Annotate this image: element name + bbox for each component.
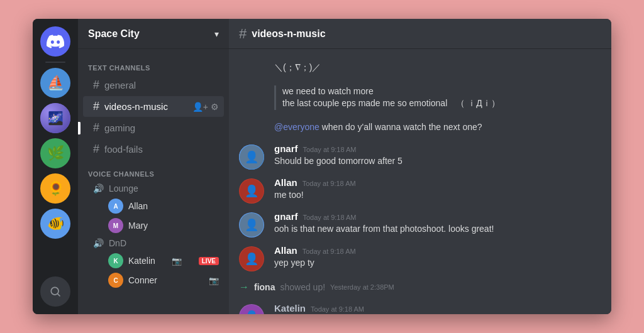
voice-channel-name-lounge: Lounge (109, 183, 138, 194)
server-divider (45, 62, 65, 63)
server-header[interactable]: Space City ▾ (78, 19, 229, 49)
chat-header: # videos-n-music (229, 19, 611, 49)
msg-content-allan-1: Allan Today at 9:18 AM me too! (274, 177, 601, 204)
voice-channel-name-dnd: DnD (109, 238, 126, 248)
speaker-icon-dnd: 🔊 (93, 238, 104, 248)
msg-content-gnarf-1: gnarf Today at 9:18 AM Should be good to… (274, 143, 601, 170)
avatar-gnarf-2: 👤 (239, 212, 264, 237)
message-group-katelin: 👤 Katelin Today at 9:18 AM wanna start a… (229, 300, 611, 314)
add-member-icon[interactable]: 👤+ (192, 102, 208, 112)
channel-sidebar: Space City ▾ Text Channels # general # v… (78, 19, 229, 314)
msg-header-allan-1: Allan Today at 9:18 AM (274, 177, 601, 188)
voice-user-conner[interactable]: C Conner 📷 (83, 271, 224, 290)
avatar-allan: A (108, 199, 123, 214)
avatar-mary: M (108, 218, 123, 233)
msg-username-allan-1: Allan (274, 177, 297, 188)
channel-name-videos-n-music: videos-n-music (104, 101, 168, 112)
voice-user-katelin[interactable]: K Katelin 📷 LIVE (83, 251, 224, 270)
msg-quoted-line2: the last couple eps made me so emotional… (282, 97, 601, 110)
voice-channels-category: Voice Channels (78, 160, 229, 180)
channel-action-icons: 👤+ ⚙ (192, 102, 219, 112)
voice-user-allan[interactable]: A Allan (83, 197, 224, 216)
msg-timestamp-allan-2: Today at 9:18 AM (303, 248, 356, 255)
server-icon-sun[interactable]: 🌻 (40, 173, 70, 204)
system-message-fiona: → fiona showed up! Yesterday at 2:38PM (229, 279, 611, 295)
message-group-gnarf-2: 👤 gnarf Today at 9:18 AM ooh is that new… (229, 209, 611, 240)
channel-name-gaming: gaming (104, 123, 135, 133)
system-action-fiona: showed up! (280, 282, 325, 292)
msg-timestamp-gnarf-2: Today at 9:18 AM (303, 214, 357, 221)
message-group-continuation: ＼(；∇；)／ we need to watch more the last c… (229, 59, 611, 136)
voice-username-mary: Mary (128, 221, 148, 231)
voice-username-katelin: Katelin (128, 256, 155, 266)
voice-username-conner: Conner (128, 275, 157, 285)
avatar-gnarf-1: 👤 (239, 145, 264, 170)
chat-channel-name: videos-n-music (252, 28, 325, 40)
hash-icon: # (93, 79, 99, 92)
server-icon-astro[interactable]: 🌌 (40, 103, 70, 133)
msg-header-katelin: Katelin Today at 9:18 AM (274, 303, 601, 314)
messages-area: ＼(；∇；)／ we need to watch more the last c… (229, 49, 611, 314)
voice-channel-lounge[interactable]: 🔊 Lounge (83, 181, 224, 196)
text-channels-category: Text Channels (78, 54, 229, 74)
channel-food-fails[interactable]: # food-fails (83, 139, 224, 160)
system-arrow-icon: → (239, 281, 249, 293)
text-channels-label: Text Channels (88, 64, 150, 72)
msg-content-allan-2: Allan Today at 9:18 AM yep yep ty (274, 245, 601, 271)
msg-header-allan-2: Allan Today at 9:18 AM (274, 245, 601, 256)
live-badge-katelin: LIVE (199, 257, 219, 265)
server-icon-fish[interactable]: 🐠 (40, 209, 70, 239)
server-icon-boat[interactable]: ⛵ (40, 68, 70, 98)
msg-header-gnarf-1: gnarf Today at 9:18 AM (274, 143, 601, 154)
settings-icon[interactable]: ⚙ (211, 102, 219, 112)
hash-icon: # (93, 121, 99, 134)
server-name: Space City (88, 28, 140, 40)
msg-text-gnarf-1: Should be good tomorrow after 5 (274, 155, 601, 168)
server-dropdown-icon: ▾ (214, 29, 219, 39)
server-icon-home[interactable] (40, 26, 70, 57)
channel-name-general: general (104, 80, 136, 90)
message-group-allan-1: 👤 Allan Today at 9:18 AM me too! (229, 175, 611, 206)
channel-hash-icon: # (239, 26, 247, 42)
system-timestamp-fiona: Yesterday at 2:38PM (330, 283, 394, 291)
msg-content-katelin: Katelin Today at 9:18 AM wanna start a l… (274, 303, 601, 314)
message-group-gnarf-1: 👤 gnarf Today at 9:18 AM Should be good … (229, 141, 611, 172)
main-chat: # videos-n-music ＼(；∇；)／ we need to watc… (229, 19, 611, 314)
voice-channel-dnd[interactable]: 🔊 DnD (83, 236, 224, 251)
msg-username-allan-2: Allan (274, 245, 297, 256)
channel-general[interactable]: # general (83, 75, 224, 96)
avatar-conner: C (108, 273, 123, 288)
msg-text-gnarf-2: ooh is that new avatar from that photosh… (274, 223, 601, 236)
camera-icon-conner: 📷 (209, 276, 219, 285)
voice-user-mary[interactable]: M Mary (83, 216, 224, 235)
msg-content-gnarf-2: gnarf Today at 9:18 AM ooh is that new a… (274, 211, 601, 237)
search-server-button[interactable] (40, 276, 70, 307)
avatar-allan-msg-2: 👤 (239, 246, 264, 271)
msg-timestamp-gnarf-1: Today at 9:18 AM (303, 146, 357, 153)
msg-quoted-line1: we need to watch more (282, 85, 601, 98)
channel-videos-n-music[interactable]: # videos-n-music 👤+ ⚙ (83, 96, 224, 117)
speaker-icon: 🔊 (93, 183, 104, 194)
channel-gaming[interactable]: # gaming (83, 117, 224, 138)
mention-everyone: @everyone (274, 122, 319, 132)
hash-icon: # (93, 100, 99, 113)
msg-text-kaomoji: ＼(；∇；)／ (274, 62, 601, 74)
voice-username-allan: Allan (128, 201, 148, 211)
message-group-allan-2: 👤 Allan Today at 9:18 AM yep yep ty (229, 243, 611, 274)
msg-text-allan-2: yep yep ty (274, 257, 601, 270)
msg-username-gnarf-1: gnarf (274, 143, 298, 154)
server-icon-leaf[interactable]: 🌿 (40, 138, 70, 168)
server-sidebar: ⛵ 🌌 🌿 🌻 🐠 (33, 19, 78, 314)
camera-icon-katelin: 📷 (172, 256, 182, 266)
channel-name-food-fails: food-fails (104, 144, 143, 155)
msg-text-allan-1: me too! (274, 189, 601, 202)
avatar-allan-msg: 👤 (239, 178, 264, 204)
avatar-katelin-msg: 👤 (239, 304, 264, 314)
msg-username-katelin: Katelin (274, 303, 306, 314)
msg-header-gnarf-2: gnarf Today at 9:18 AM (274, 211, 601, 222)
app-window: ⛵ 🌌 🌿 🌻 🐠 Space City ▾ Text Channels # g… (33, 19, 611, 314)
msg-quoted-block: we need to watch more the last couple ep… (274, 85, 601, 110)
system-username-fiona: fiona (254, 282, 275, 292)
voice-channels-label: Voice Channels (88, 170, 154, 178)
msg-everyone-text: @everyone when do y'all wanna watch the … (274, 121, 601, 134)
